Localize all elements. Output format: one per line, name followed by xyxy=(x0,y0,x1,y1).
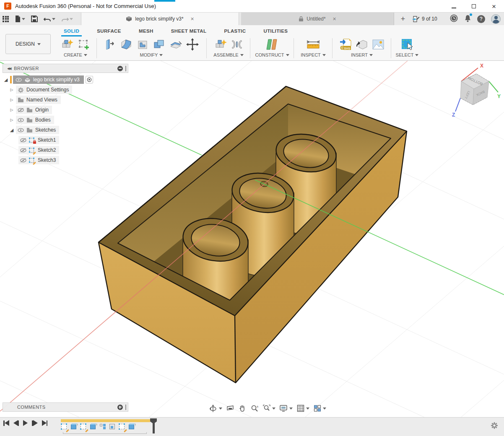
hide-panel-icon[interactable] xyxy=(117,66,123,71)
collapse-panel-icon[interactable]: ◀◀ xyxy=(7,67,10,70)
chevron-down-icon[interactable] xyxy=(306,407,309,410)
construct-group-label[interactable]: CONSTRUCT xyxy=(252,52,293,57)
expander-collapsed-icon[interactable]: ▷ xyxy=(8,118,15,122)
insert-group-label[interactable]: INSERT xyxy=(334,52,390,57)
combine-icon[interactable] xyxy=(153,38,165,51)
expander-expanded-icon[interactable]: ◢ xyxy=(3,77,9,83)
browser-item-named-views[interactable]: ▷Named Views xyxy=(3,95,93,105)
viewport[interactable]: BOTTOM LEFT BACK X Y Z ◀◀ BROWSER ◢ lego… xyxy=(0,0,504,436)
maximize-button[interactable] xyxy=(464,0,484,13)
browser-root-row[interactable]: ◢ lego brick simplify v3 xyxy=(3,75,93,85)
document-tab-inactive[interactable]: Untitled* × xyxy=(241,13,394,25)
activate-component-radio[interactable] xyxy=(86,76,93,83)
chevron-down-icon[interactable] xyxy=(323,407,326,410)
ribbon-tab-utilities[interactable]: UTILITIES xyxy=(261,29,290,36)
ribbon-tab-mesh[interactable]: MESH xyxy=(136,29,156,36)
visibility-icon[interactable] xyxy=(18,118,24,122)
new-tab-button[interactable]: + xyxy=(397,13,408,25)
browser-item-sketches[interactable]: ◢ Sketches xyxy=(3,125,93,135)
job-status-button[interactable] xyxy=(449,14,458,24)
joint-icon[interactable] xyxy=(231,38,243,51)
close-tab-icon[interactable]: × xyxy=(191,16,194,22)
viewports-button[interactable] xyxy=(313,404,326,413)
browser-item-origin[interactable]: ▷ Origin xyxy=(3,105,93,115)
expander-expanded-icon[interactable]: ◢ xyxy=(8,127,15,133)
workspace-switcher[interactable]: DESIGN xyxy=(5,34,51,54)
close-button[interactable]: × xyxy=(484,0,504,13)
visibility-icon[interactable] xyxy=(16,78,22,82)
document-tab-active[interactable]: lego brick simplify v3* × xyxy=(81,13,239,25)
timeline-marker-range[interactable] xyxy=(61,419,150,422)
timeline-scrubber[interactable] xyxy=(150,418,158,434)
select-icon[interactable] xyxy=(400,38,414,51)
fit-button[interactable] xyxy=(262,404,275,413)
browser-item-document-settings[interactable]: ▷Document Settings xyxy=(3,85,93,95)
app-launcher-icon[interactable] xyxy=(3,16,9,22)
comments-panel-header[interactable]: COMMENTS xyxy=(3,402,128,412)
chevron-down-icon[interactable] xyxy=(272,407,275,410)
timeline-feature-sketch[interactable] xyxy=(61,423,68,431)
redo-button[interactable] xyxy=(61,16,73,22)
ribbon-tab-surface[interactable]: SURFACE xyxy=(94,29,124,36)
panel-drag-handle[interactable] xyxy=(125,66,127,71)
timeline-feature-sketch[interactable] xyxy=(80,423,88,431)
go-to-start-button[interactable] xyxy=(3,420,9,426)
visibility-off-icon[interactable] xyxy=(18,108,24,112)
chevron-down-icon[interactable] xyxy=(289,407,293,410)
timeline-settings-gear-icon[interactable] xyxy=(491,422,498,431)
offset-face-icon[interactable] xyxy=(169,38,182,51)
avatar[interactable] xyxy=(491,14,501,24)
visibility-icon[interactable] xyxy=(18,128,24,132)
move-icon[interactable] xyxy=(186,38,199,51)
visibility-off-icon[interactable] xyxy=(20,148,26,152)
zoom-button[interactable]: ± xyxy=(250,404,259,413)
step-back-button[interactable] xyxy=(13,420,19,426)
browser-panel-header[interactable]: ◀◀ BROWSER xyxy=(3,64,128,73)
timeline-feature-extrude[interactable]: ↑ xyxy=(128,423,136,431)
create-sketch-icon[interactable] xyxy=(78,38,90,51)
modify-group-label[interactable]: MODIFY xyxy=(97,52,205,57)
ribbon-tab-solid[interactable]: SOLID xyxy=(61,29,82,36)
browser-item-sketch1[interactable]: Sketch1 xyxy=(3,135,93,145)
panel-drag-handle[interactable] xyxy=(125,405,127,410)
add-comment-icon[interactable] xyxy=(117,405,123,410)
notifications-button[interactable] xyxy=(464,14,471,24)
file-menu-button[interactable] xyxy=(15,15,25,23)
new-solid-icon[interactable] xyxy=(61,38,74,51)
save-counter[interactable]: 9 of 10 xyxy=(412,13,437,25)
insert-svg-icon[interactable]: SVG xyxy=(339,38,352,51)
shell-icon[interactable] xyxy=(136,38,149,51)
minimize-button[interactable] xyxy=(444,0,464,13)
ribbon-tab-plastic[interactable]: PLASTIC xyxy=(221,29,248,36)
inspect-group-label[interactable]: INSPECT xyxy=(295,52,331,57)
undo-button[interactable] xyxy=(44,16,55,22)
ribbon-tab-sheet-metal[interactable]: SHEET METAL xyxy=(169,29,209,36)
construct-plane-icon[interactable] xyxy=(265,38,279,51)
browser-item-bodies[interactable]: ▷ Bodies xyxy=(3,115,93,125)
root-component-label[interactable]: lego brick simplify v3 xyxy=(33,77,80,83)
save-button[interactable] xyxy=(31,16,38,22)
press-pull-icon[interactable] xyxy=(104,38,116,51)
pan-button[interactable] xyxy=(238,404,247,413)
create-group-label[interactable]: CREATE xyxy=(55,52,96,57)
expander-collapsed-icon[interactable]: ▷ xyxy=(8,88,15,92)
timeline-feature-extrude[interactable]: ↑ xyxy=(70,423,78,431)
display-settings-button[interactable] xyxy=(279,404,293,413)
expander-collapsed-icon[interactable]: ▷ xyxy=(8,108,15,112)
select-group-label[interactable]: SELECT xyxy=(392,52,422,57)
step-forward-button[interactable] xyxy=(32,420,38,426)
timeline-feature-pattern[interactable] xyxy=(99,423,107,431)
timeline-feature-extrude[interactable]: ↑ xyxy=(90,423,97,431)
grid-snap-button[interactable] xyxy=(296,404,309,413)
chevron-down-icon[interactable] xyxy=(219,407,222,410)
assemble-group-label[interactable]: ASSEMBLE xyxy=(208,52,249,57)
canvas-icon[interactable] xyxy=(372,39,384,50)
go-to-end-button[interactable] xyxy=(42,420,48,426)
close-tab-icon[interactable]: × xyxy=(333,16,336,22)
look-at-button[interactable] xyxy=(226,404,234,413)
fillet-icon[interactable] xyxy=(120,38,132,51)
expander-collapsed-icon[interactable]: ▷ xyxy=(8,98,15,102)
timeline-feature-shell[interactable] xyxy=(109,423,117,431)
new-component-icon[interactable] xyxy=(215,38,227,51)
view-cube[interactable]: BOTTOM LEFT BACK X Y Z xyxy=(439,62,502,121)
